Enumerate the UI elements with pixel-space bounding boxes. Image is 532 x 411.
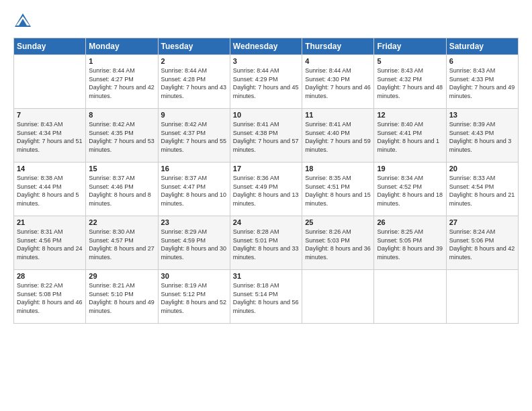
- week-row-1: 1Sunrise: 8:44 AMSunset: 4:27 PMDaylight…: [14, 55, 519, 109]
- day-number: 19: [377, 165, 443, 173]
- cell-content: Sunrise: 8:34 AMSunset: 4:52 PMDaylight:…: [377, 174, 443, 208]
- cell-content: Sunrise: 8:39 AMSunset: 4:43 PMDaylight:…: [449, 120, 515, 154]
- cell-content: Sunrise: 8:36 AMSunset: 4:49 PMDaylight:…: [233, 174, 299, 208]
- day-number: 22: [89, 218, 154, 226]
- calendar-cell: 8Sunrise: 8:42 AMSunset: 4:35 PMDaylight…: [86, 109, 158, 163]
- week-row-5: 28Sunrise: 8:22 AMSunset: 5:08 PMDayligh…: [14, 270, 519, 324]
- day-number: 31: [233, 272, 299, 280]
- calendar-cell: 21Sunrise: 8:31 AMSunset: 4:56 PMDayligh…: [14, 216, 86, 270]
- cell-content: Sunrise: 8:28 AMSunset: 5:01 PMDaylight:…: [233, 228, 299, 261]
- cell-content: Sunrise: 8:43 AMSunset: 4:33 PMDaylight:…: [449, 66, 515, 100]
- day-number: 30: [161, 272, 227, 280]
- day-header-wednesday: Wednesday: [230, 38, 302, 55]
- cell-content: Sunrise: 8:42 AMSunset: 4:37 PMDaylight:…: [161, 120, 227, 154]
- cell-content: Sunrise: 8:22 AMSunset: 5:08 PMDaylight:…: [17, 281, 83, 315]
- cell-content: Sunrise: 8:29 AMSunset: 4:59 PMDaylight:…: [161, 228, 227, 261]
- day-number: 16: [161, 165, 227, 173]
- cell-content: Sunrise: 8:38 AMSunset: 4:44 PMDaylight:…: [17, 174, 83, 208]
- day-number: 29: [89, 272, 154, 280]
- day-number: 4: [305, 57, 371, 65]
- cell-content: Sunrise: 8:42 AMSunset: 4:35 PMDaylight:…: [89, 120, 154, 154]
- day-header-tuesday: Tuesday: [158, 38, 230, 55]
- calendar-cell: 30Sunrise: 8:19 AMSunset: 5:12 PMDayligh…: [158, 270, 230, 324]
- calendar-cell: 16Sunrise: 8:37 AMSunset: 4:47 PMDayligh…: [158, 163, 230, 216]
- day-number: 6: [449, 57, 515, 65]
- cell-content: Sunrise: 8:18 AMSunset: 5:14 PMDaylight:…: [233, 281, 299, 315]
- calendar-cell: 23Sunrise: 8:29 AMSunset: 4:59 PMDayligh…: [158, 216, 230, 270]
- calendar-cell: [374, 270, 446, 324]
- cell-content: Sunrise: 8:37 AMSunset: 4:47 PMDaylight:…: [161, 174, 227, 208]
- cell-content: Sunrise: 8:31 AMSunset: 4:56 PMDaylight:…: [17, 228, 83, 261]
- header: [13, 12, 519, 31]
- day-header-thursday: Thursday: [302, 38, 374, 55]
- calendar-cell: 25Sunrise: 8:26 AMSunset: 5:03 PMDayligh…: [302, 216, 374, 270]
- cell-content: Sunrise: 8:24 AMSunset: 5:06 PMDaylight:…: [449, 228, 515, 261]
- calendar-cell: 29Sunrise: 8:21 AMSunset: 5:10 PMDayligh…: [86, 270, 158, 324]
- calendar-cell: 24Sunrise: 8:28 AMSunset: 5:01 PMDayligh…: [230, 216, 302, 270]
- cell-content: Sunrise: 8:26 AMSunset: 5:03 PMDaylight:…: [305, 228, 371, 261]
- day-number: 26: [377, 218, 443, 226]
- calendar-cell: 14Sunrise: 8:38 AMSunset: 4:44 PMDayligh…: [14, 163, 86, 216]
- day-number: 20: [449, 165, 515, 173]
- calendar-body: 1Sunrise: 8:44 AMSunset: 4:27 PMDaylight…: [14, 55, 519, 324]
- cell-content: Sunrise: 8:33 AMSunset: 4:54 PMDaylight:…: [449, 174, 515, 208]
- cell-content: Sunrise: 8:40 AMSunset: 4:41 PMDaylight:…: [377, 120, 443, 154]
- week-row-3: 14Sunrise: 8:38 AMSunset: 4:44 PMDayligh…: [14, 163, 519, 216]
- calendar-cell: 28Sunrise: 8:22 AMSunset: 5:08 PMDayligh…: [14, 270, 86, 324]
- day-number: 27: [449, 218, 515, 226]
- calendar-cell: 15Sunrise: 8:37 AMSunset: 4:46 PMDayligh…: [86, 163, 158, 216]
- calendar-cell: [446, 270, 518, 324]
- calendar-cell: 10Sunrise: 8:41 AMSunset: 4:38 PMDayligh…: [230, 109, 302, 163]
- cell-content: Sunrise: 8:44 AMSunset: 4:27 PMDaylight:…: [89, 66, 154, 100]
- calendar-cell: 18Sunrise: 8:35 AMSunset: 4:51 PMDayligh…: [302, 163, 374, 216]
- cell-content: Sunrise: 8:37 AMSunset: 4:46 PMDaylight:…: [89, 174, 154, 208]
- day-number: 9: [161, 111, 227, 119]
- calendar-cell: 13Sunrise: 8:39 AMSunset: 4:43 PMDayligh…: [446, 109, 518, 163]
- calendar-cell: 19Sunrise: 8:34 AMSunset: 4:52 PMDayligh…: [374, 163, 446, 216]
- day-number: 21: [17, 218, 83, 226]
- cell-content: Sunrise: 8:21 AMSunset: 5:10 PMDaylight:…: [89, 281, 154, 315]
- day-header-sunday: Sunday: [14, 38, 86, 55]
- cell-content: Sunrise: 8:44 AMSunset: 4:28 PMDaylight:…: [161, 66, 227, 100]
- day-number: 3: [233, 57, 299, 65]
- calendar-cell: 4Sunrise: 8:44 AMSunset: 4:30 PMDaylight…: [302, 55, 374, 109]
- cell-content: Sunrise: 8:25 AMSunset: 5:05 PMDaylight:…: [377, 228, 443, 261]
- cell-content: Sunrise: 8:41 AMSunset: 4:38 PMDaylight:…: [233, 120, 299, 154]
- cell-content: Sunrise: 8:44 AMSunset: 4:29 PMDaylight:…: [233, 66, 299, 100]
- day-number: 13: [449, 111, 515, 119]
- page: SundayMondayTuesdayWednesdayThursdayFrid…: [0, 0, 532, 330]
- calendar-cell: 5Sunrise: 8:43 AMSunset: 4:32 PMDaylight…: [374, 55, 446, 109]
- calendar-cell: [14, 55, 86, 109]
- day-number: 11: [305, 111, 371, 119]
- logo-icon: [13, 12, 32, 31]
- calendar-cell: 31Sunrise: 8:18 AMSunset: 5:14 PMDayligh…: [230, 270, 302, 324]
- day-number: 7: [17, 111, 83, 119]
- week-row-2: 7Sunrise: 8:43 AMSunset: 4:34 PMDaylight…: [14, 109, 519, 163]
- day-number: 25: [305, 218, 371, 226]
- calendar-cell: [302, 270, 374, 324]
- day-header-friday: Friday: [374, 38, 446, 55]
- day-number: 18: [305, 165, 371, 173]
- day-number: 2: [161, 57, 227, 65]
- calendar-cell: 27Sunrise: 8:24 AMSunset: 5:06 PMDayligh…: [446, 216, 518, 270]
- day-number: 12: [377, 111, 443, 119]
- calendar-header-row: SundayMondayTuesdayWednesdayThursdayFrid…: [14, 38, 519, 55]
- calendar-cell: 7Sunrise: 8:43 AMSunset: 4:34 PMDaylight…: [14, 109, 86, 163]
- cell-content: Sunrise: 8:43 AMSunset: 4:32 PMDaylight:…: [377, 66, 443, 100]
- day-number: 24: [233, 218, 299, 226]
- calendar-cell: 2Sunrise: 8:44 AMSunset: 4:28 PMDaylight…: [158, 55, 230, 109]
- calendar-cell: 1Sunrise: 8:44 AMSunset: 4:27 PMDaylight…: [86, 55, 158, 109]
- day-number: 15: [89, 165, 154, 173]
- calendar-cell: 3Sunrise: 8:44 AMSunset: 4:29 PMDaylight…: [230, 55, 302, 109]
- cell-content: Sunrise: 8:43 AMSunset: 4:34 PMDaylight:…: [17, 120, 83, 154]
- cell-content: Sunrise: 8:30 AMSunset: 4:57 PMDaylight:…: [89, 228, 154, 261]
- calendar-cell: 26Sunrise: 8:25 AMSunset: 5:05 PMDayligh…: [374, 216, 446, 270]
- day-number: 23: [161, 218, 227, 226]
- calendar-cell: 9Sunrise: 8:42 AMSunset: 4:37 PMDaylight…: [158, 109, 230, 163]
- cell-content: Sunrise: 8:35 AMSunset: 4:51 PMDaylight:…: [305, 174, 371, 208]
- day-number: 10: [233, 111, 299, 119]
- week-row-4: 21Sunrise: 8:31 AMSunset: 4:56 PMDayligh…: [14, 216, 519, 270]
- calendar-cell: 22Sunrise: 8:30 AMSunset: 4:57 PMDayligh…: [86, 216, 158, 270]
- day-number: 17: [233, 165, 299, 173]
- logo: [13, 12, 35, 31]
